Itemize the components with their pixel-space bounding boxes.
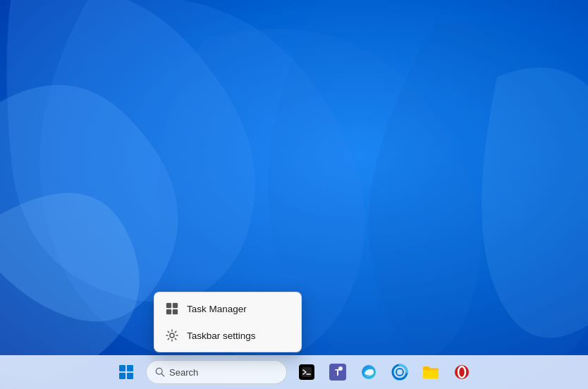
files-taskbar-icon[interactable] (417, 358, 445, 386)
svg-rect-4 (173, 309, 178, 314)
teams-taskbar-icon[interactable]: T (324, 358, 352, 386)
desktop: Task Manager Taskbar settings (0, 0, 588, 389)
search-bar[interactable]: Search (146, 360, 287, 384)
file-explorer-taskbar-icon[interactable] (293, 358, 321, 386)
taskbar-settings-label: Taskbar settings (187, 331, 256, 341)
start-button[interactable] (112, 358, 140, 386)
svg-point-12 (338, 366, 343, 371)
svg-point-5 (170, 333, 174, 338)
terminal-icon (299, 364, 314, 380)
ring-icon (391, 364, 408, 381)
svg-rect-2 (173, 303, 178, 308)
svg-rect-1 (166, 303, 171, 308)
svg-point-15 (396, 369, 403, 376)
settings-icon (166, 329, 178, 342)
windows-logo-icon (119, 365, 133, 379)
search-icon (155, 367, 165, 377)
svg-rect-3 (166, 309, 171, 314)
task-manager-label: Task Manager (187, 304, 247, 314)
svg-line-7 (161, 373, 164, 376)
taskbar: Search T (0, 355, 588, 389)
folder-icon (422, 365, 439, 379)
taskbar-center: Search T (112, 358, 476, 386)
edge-icon (360, 364, 377, 381)
edge-taskbar-icon[interactable] (355, 358, 383, 386)
opera-icon (453, 364, 470, 381)
task-manager-icon (166, 302, 178, 315)
context-menu: Task Manager Taskbar settings (154, 292, 302, 352)
svg-rect-8 (302, 367, 312, 377)
circular-app-taskbar-icon[interactable] (386, 358, 414, 386)
search-label: Search (169, 367, 198, 378)
teams-icon: T (329, 364, 346, 381)
taskbar-settings-menu-item[interactable]: Taskbar settings (154, 322, 301, 349)
task-manager-menu-item[interactable]: Task Manager (154, 295, 301, 322)
opera-taskbar-icon[interactable] (448, 358, 476, 386)
